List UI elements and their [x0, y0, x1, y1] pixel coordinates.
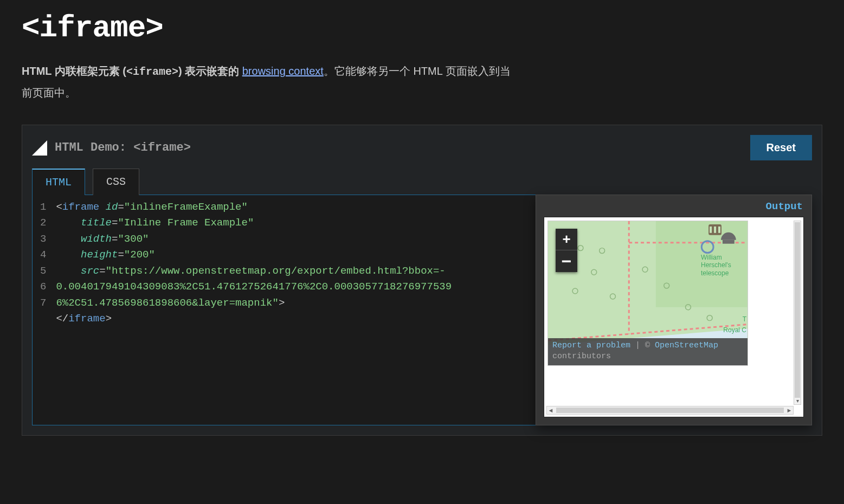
svg-rect-16: [723, 240, 735, 244]
scroll-left-icon[interactable]: ◄: [547, 407, 555, 413]
tab-html[interactable]: HTML: [32, 169, 85, 195]
report-problem-link[interactable]: Report a problem: [552, 341, 630, 350]
code-editor[interactable]: 1 2 3 4 5 6 7 <iframe id="inlineFrameExa…: [32, 195, 536, 425]
output-horizontal-scrollbar[interactable]: ◄ ►: [546, 406, 794, 415]
scroll-down-icon[interactable]: ▾: [794, 398, 801, 404]
page-title: <iframe>: [22, 11, 822, 46]
map-attribution: Report a problem | © OpenStreetMap contr…: [548, 338, 748, 366]
zoom-control: + −: [556, 229, 577, 272]
zoom-in-button[interactable]: +: [556, 229, 577, 250]
demo-title: HTML Demo: <iframe>: [55, 141, 191, 154]
intro-code: <iframe>: [126, 66, 178, 78]
output-frame[interactable]: + − William Herschel's telescope T Royal…: [544, 217, 804, 417]
svg-rect-14: [718, 227, 720, 233]
output-pane: Output: [536, 195, 812, 425]
svg-rect-13: [714, 227, 716, 233]
tab-css[interactable]: CSS: [93, 169, 139, 195]
attribution-sep: | ©: [630, 341, 655, 350]
browsing-context-link[interactable]: browsing context: [242, 65, 324, 77]
zoom-out-button[interactable]: −: [556, 250, 577, 272]
scroll-right-icon[interactable]: ►: [785, 407, 793, 413]
poi-label-t: T: [743, 315, 746, 323]
intro-mid-paren: ) 表示嵌套的: [178, 65, 242, 77]
contributors-text: contributors: [552, 352, 611, 361]
output-vertical-scrollbar[interactable]: ▾: [794, 221, 801, 405]
tabs: HTML CSS: [32, 168, 812, 195]
osm-link[interactable]: OpenStreetMap: [655, 341, 718, 350]
triangle-icon: [32, 140, 47, 156]
map-area[interactable]: + − William Herschel's telescope T Royal…: [547, 221, 748, 366]
intro-paragraph: HTML 内联框架元素 (<iframe>) 表示嵌套的 browsing co…: [22, 61, 520, 103]
demo-container: HTML Demo: <iframe> Reset HTML CSS 1 2 3…: [22, 125, 822, 436]
output-label: Output: [766, 201, 803, 212]
poi-label-herschel: William Herschel's telescope: [701, 254, 744, 277]
reset-button[interactable]: Reset: [750, 135, 812, 160]
svg-rect-12: [710, 227, 712, 233]
demo-header: HTML Demo: <iframe> Reset: [32, 135, 812, 160]
scrollbar-thumb[interactable]: [795, 222, 800, 398]
scrollbar-thumb[interactable]: [556, 408, 784, 413]
line-gutter: 1 2 3 4 5 6 7: [33, 195, 50, 425]
intro-prefix: HTML 内联框架元素 (: [22, 65, 126, 77]
code-body[interactable]: <iframe id="inlineFrameExample" title="I…: [50, 195, 462, 425]
poi-label-royal: Royal C: [723, 326, 746, 334]
